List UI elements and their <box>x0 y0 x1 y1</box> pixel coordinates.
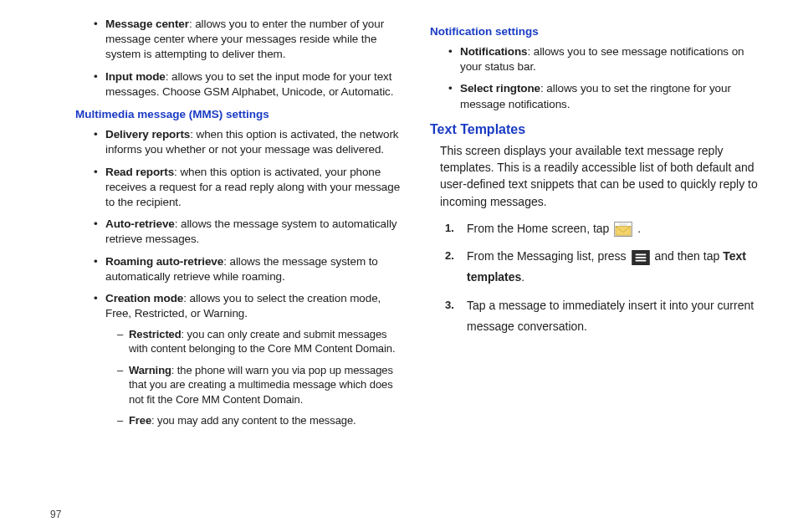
text-templates-steps: From the Home screen, tap . From the Mes… <box>450 218 761 337</box>
step1-post: . <box>637 222 641 235</box>
bullet-input-mode: Input mode: allows you to set the input … <box>95 69 407 100</box>
page-number: 97 <box>50 509 61 520</box>
svg-rect-1 <box>616 227 631 236</box>
step-2: From the Messaging list, press and then … <box>450 246 761 288</box>
step2-mid: and then tap <box>654 249 723 263</box>
menu-key-icon <box>632 250 650 265</box>
text-templates-heading: Text Templates <box>430 122 761 137</box>
sub-free: Free: you may add any content to the mes… <box>119 413 407 428</box>
text-templates-intro: This screen displays your available text… <box>440 142 761 210</box>
bullet-roaming-auto-retrieve: Roaming auto-retrieve: allows the messag… <box>95 254 407 284</box>
bullet-read-reports: Read reports: when this option is activa… <box>95 165 407 211</box>
notification-heading: Notification settings <box>430 25 761 38</box>
step2-pre: From the Messaging list, press <box>467 249 630 263</box>
svg-rect-5 <box>635 253 646 255</box>
sub-warning: Warning: the phone will warn you via pop… <box>119 363 407 407</box>
notification-bullets: Notifications: allows you to see message… <box>450 44 761 112</box>
bullet-delivery-reports: Delivery reports: when this option is ac… <box>95 127 407 157</box>
sub-restricted: Restricted: you can only create and subm… <box>119 327 407 356</box>
mms-heading: Multimedia message (MMS) settings <box>75 108 407 120</box>
left-top-bullets: Message center: allows you to enter the … <box>95 17 407 100</box>
bullet-notifications: Notifications: allows you to see message… <box>450 44 761 74</box>
bullet-auto-retrieve: Auto-retrieve: allows the message system… <box>95 217 407 247</box>
svg-rect-7 <box>635 259 646 261</box>
step2-post: . <box>521 270 524 284</box>
bullet-select-ringtone: Select ringtone: allows you to set the r… <box>450 81 761 111</box>
bullet-creation-mode: Creation mode: allows you to select the … <box>95 291 407 428</box>
messaging-envelope-icon <box>614 222 632 237</box>
bullet-message-center: Message center: allows you to enter the … <box>95 17 407 63</box>
mms-bullets: Delivery reports: when this option is ac… <box>95 127 407 428</box>
svg-rect-6 <box>635 257 646 258</box>
creation-mode-sublist: Restricted: you can only create and subm… <box>119 327 407 428</box>
step-3: Tap a message to immediately insert it i… <box>450 295 761 337</box>
step1-pre: From the Home screen, tap <box>467 222 612 235</box>
step-1: From the Home screen, tap . <box>450 218 761 239</box>
